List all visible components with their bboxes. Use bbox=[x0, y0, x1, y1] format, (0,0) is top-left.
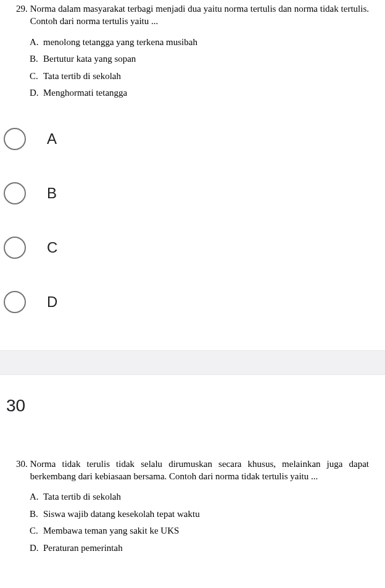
option-text: Tata tertib di sekolah bbox=[43, 491, 369, 503]
radio-option-c[interactable]: C bbox=[1, 237, 385, 259]
option-text: menolong tetangga yang terkena musibah bbox=[43, 36, 369, 49]
option-letter: B. bbox=[30, 53, 43, 65]
question-29-number: 29. bbox=[16, 2, 28, 28]
question-30-option-c: C. Membawa teman yang sakit ke UKS bbox=[30, 525, 369, 537]
option-letter: C. bbox=[30, 70, 43, 83]
question-30-options: A. Tata tertib di sekolah B. Siswa wajib… bbox=[16, 491, 369, 554]
radio-option-b[interactable]: B bbox=[1, 182, 385, 204]
question-30-option-b: B. Siswa wajib datang kesekolah tepat wa… bbox=[30, 508, 369, 521]
answer-radio-group: A B C D bbox=[0, 117, 385, 350]
radio-circle-icon[interactable] bbox=[4, 291, 26, 313]
option-text: Tata tertib di sekolah bbox=[43, 70, 369, 83]
option-letter: A. bbox=[30, 36, 43, 49]
question-29-option-d: D. Menghormati tetangga bbox=[30, 87, 369, 99]
section-divider bbox=[0, 350, 385, 375]
option-letter: D. bbox=[30, 542, 43, 555]
radio-option-a[interactable]: A bbox=[1, 128, 385, 150]
radio-circle-icon[interactable] bbox=[4, 182, 26, 204]
question-30-option-d: D. Peraturan pemerintah bbox=[30, 542, 369, 555]
question-30-header: 30. Norma tidak terulis tidak selalu dir… bbox=[16, 458, 369, 483]
radio-option-d[interactable]: D bbox=[1, 291, 385, 313]
question-29-option-c: C. Tata tertib di sekolah bbox=[30, 70, 369, 83]
question-29-text: Norma dalam masyarakat terbagi menjadi d… bbox=[28, 2, 369, 28]
radio-label: C bbox=[47, 239, 57, 256]
option-text: Membawa teman yang sakit ke UKS bbox=[43, 525, 369, 537]
option-text: Bertutur kata yang sopan bbox=[43, 53, 369, 65]
question-29-header: 29. Norma dalam masyarakat terbagi menja… bbox=[16, 2, 369, 28]
radio-label: B bbox=[47, 185, 57, 202]
question-29: 29. Norma dalam masyarakat terbagi menja… bbox=[0, 0, 385, 117]
question-29-option-a: A. menolong tetangga yang terkena musiba… bbox=[30, 36, 369, 49]
option-letter: D. bbox=[30, 87, 43, 99]
page: 29. Norma dalam masyarakat terbagi menja… bbox=[0, 0, 385, 554]
option-text: Menghormati tetangga bbox=[43, 87, 369, 99]
question-29-options: A. menolong tetangga yang terkena musiba… bbox=[16, 36, 369, 99]
option-text: Peraturan pemerintah bbox=[43, 542, 369, 555]
question-29-option-b: B. Bertutur kata yang sopan bbox=[30, 53, 369, 65]
section-number-30: 30 bbox=[0, 375, 385, 440]
question-30: 30. Norma tidak terulis tidak selalu dir… bbox=[0, 440, 385, 555]
question-30-number: 30. bbox=[16, 458, 28, 483]
question-30-text: Norma tidak terulis tidak selalu dirumus… bbox=[28, 458, 369, 483]
option-text: Siswa wajib datang kesekolah tepat waktu bbox=[43, 508, 369, 521]
radio-label: D bbox=[47, 293, 57, 311]
option-letter: A. bbox=[30, 491, 43, 503]
question-30-option-a: A. Tata tertib di sekolah bbox=[30, 491, 369, 503]
option-letter: C. bbox=[30, 525, 43, 537]
option-letter: B. bbox=[30, 508, 43, 521]
radio-circle-icon[interactable] bbox=[4, 128, 26, 150]
radio-circle-icon[interactable] bbox=[4, 237, 26, 259]
radio-label: A bbox=[47, 130, 57, 148]
